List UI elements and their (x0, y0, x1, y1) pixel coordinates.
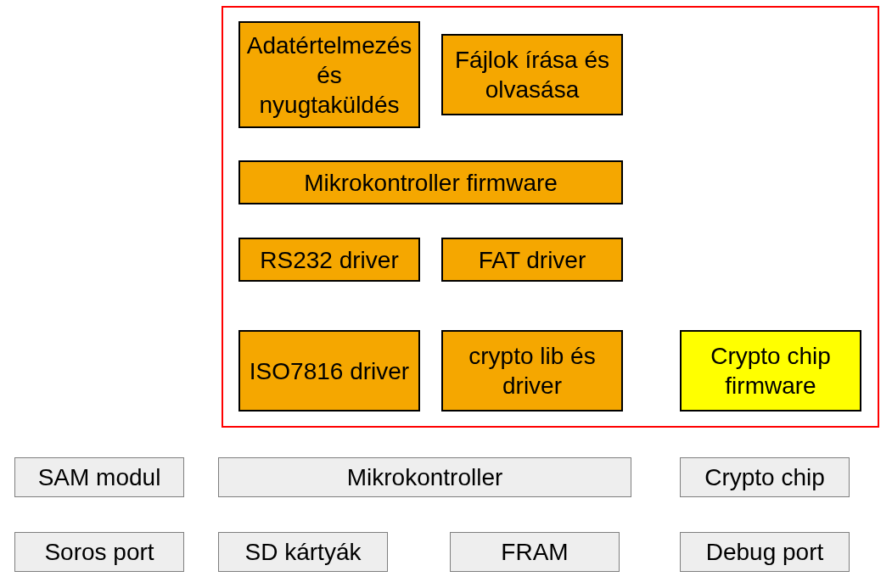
diagram-canvas: Adatértelmezés és nyugtaküldés Fájlok ír… (0, 0, 892, 588)
hw-fram: FRAM (450, 532, 620, 572)
box-fat-driver: FAT driver (441, 238, 623, 282)
box-crypto-lib-driver: crypto lib és driver (441, 330, 623, 412)
hw-crypto-chip: Crypto chip (680, 457, 850, 497)
hw-sd-cards: SD kártyák (218, 532, 388, 572)
hw-debug-port: Debug port (680, 532, 850, 572)
hw-sam-module: SAM modul (14, 457, 184, 497)
box-file-rw: Fájlok írása és olvasása (441, 34, 623, 115)
hw-microcontroller: Mikrokontroller (218, 457, 631, 497)
box-iso7816-driver: ISO7816 driver (238, 330, 420, 412)
hw-serial-port: Soros port (14, 532, 184, 572)
box-data-interpret: Adatértelmezés és nyugtaküldés (238, 21, 420, 128)
box-crypto-chip-firmware: Crypto chip firmware (680, 330, 861, 412)
box-mcu-firmware: Mikrokontroller firmware (238, 160, 623, 204)
box-rs232-driver: RS232 driver (238, 238, 420, 282)
